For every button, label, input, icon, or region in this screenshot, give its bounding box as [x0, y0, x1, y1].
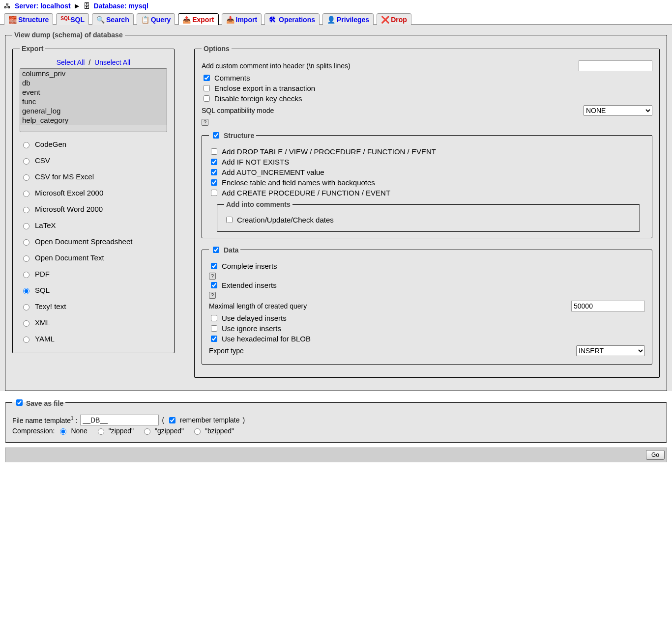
breadcrumb: Server: localhost ▶ Database: mysql [0, 0, 672, 12]
format-option[interactable]: Microsoft Excel 2000 [20, 185, 167, 201]
table-option[interactable]: help_category [20, 115, 167, 125]
format-option[interactable]: SQL [20, 282, 167, 298]
add-into-comments-legend: Add into comments [224, 200, 292, 208]
format-option[interactable]: Texy! text [20, 298, 167, 314]
filename-template-label: File name template1 : [12, 416, 77, 424]
tab-search[interactable]: 🔍 Search [92, 13, 134, 25]
format-radio[interactable] [23, 304, 29, 310]
table-option[interactable]: columns_priv [20, 69, 167, 78]
structure-legend: Structure [209, 131, 256, 140]
format-radio[interactable] [23, 337, 29, 343]
view-dump-fieldset: View dump (schema) of database Export Se… [5, 31, 667, 391]
help-icon[interactable]: ? [202, 119, 208, 126]
tab-privileges[interactable]: 👤 Privileges [322, 13, 374, 25]
compression-option-label[interactable]: "bzipped" [205, 427, 234, 435]
create-proc-checkbox[interactable] [211, 190, 217, 196]
tab-drop[interactable]: ❌ Drop [377, 13, 411, 25]
format-option[interactable]: XML [20, 314, 167, 331]
compression-label: Compression: [12, 427, 55, 435]
transaction-label[interactable]: Enclose export in a transaction [214, 84, 315, 92]
tables-select[interactable]: columns_privdbeventfuncgeneral_loghelp_c… [20, 68, 167, 132]
format-option[interactable]: Microsoft Word 2000 [20, 201, 167, 217]
comments-checkbox[interactable] [204, 75, 210, 81]
format-radio-group: CodeGenCSVCSV for MS ExcelMicrosoft Exce… [20, 136, 167, 347]
ignore-inserts-checkbox[interactable] [211, 325, 217, 332]
format-option[interactable]: LaTeX [20, 217, 167, 233]
compression-radio[interactable] [144, 428, 150, 435]
maxlen-label: Maximal length of created query [209, 302, 307, 310]
format-radio[interactable] [23, 142, 29, 148]
structure-legend-checkbox[interactable] [213, 132, 219, 139]
format-radio[interactable] [23, 174, 29, 181]
compression-radio[interactable] [98, 428, 104, 435]
table-option[interactable]: db [20, 78, 167, 87]
dates-checkbox[interactable] [226, 217, 233, 223]
go-button-bar: Go [5, 448, 667, 462]
autoinc-checkbox[interactable] [211, 169, 217, 175]
fk-label[interactable]: Disable foreign key checks [214, 94, 302, 103]
format-radio[interactable] [23, 255, 29, 262]
go-button[interactable]: Go [646, 450, 665, 460]
backquotes-checkbox[interactable] [211, 179, 217, 186]
tabs: 🧱 Structure SQL SQL 🔍 Search 📋 Query 📤 E… [0, 13, 672, 25]
fk-checkbox[interactable] [204, 95, 210, 102]
options-fieldset: Options Add custom comment into header (… [194, 45, 660, 378]
compression-radio[interactable] [60, 428, 66, 435]
drop-table-checkbox[interactable] [211, 148, 217, 155]
maxlen-input[interactable] [571, 301, 645, 311]
tab-operations[interactable]: 🛠 Operations [264, 13, 320, 25]
format-radio[interactable] [23, 191, 29, 197]
format-radio[interactable] [23, 272, 29, 278]
tab-export[interactable]: 📤 Export [178, 13, 218, 25]
data-legend-checkbox[interactable] [213, 247, 219, 253]
if-not-exists-checkbox[interactable] [211, 159, 217, 165]
format-option[interactable]: CSV for MS Excel [20, 169, 167, 185]
compression-option-label[interactable]: "zipped" [109, 427, 134, 435]
format-radio[interactable] [23, 158, 29, 165]
format-option[interactable]: YAML [20, 331, 167, 347]
compression-radio[interactable] [194, 428, 201, 435]
table-option[interactable]: func [20, 97, 167, 106]
export-type-select[interactable]: INSERT [576, 345, 645, 356]
format-radio[interactable] [23, 207, 29, 213]
database-link[interactable]: Database: mysql [94, 2, 148, 10]
compat-select[interactable]: NONE [584, 105, 652, 116]
format-radio[interactable] [23, 320, 29, 327]
save-as-file-checkbox[interactable] [16, 399, 23, 406]
tab-query[interactable]: 📋 Query [137, 13, 175, 25]
compat-label: SQL compatibility mode [202, 107, 274, 114]
compression-option-label[interactable]: None [71, 427, 87, 435]
export-icon: 📤 [182, 16, 190, 24]
format-option[interactable]: CodeGen [20, 136, 167, 152]
help-icon[interactable]: ? [209, 273, 216, 280]
hex-blob-checkbox[interactable] [211, 336, 217, 342]
tab-sql[interactable]: SQL SQL [56, 13, 89, 25]
export-fieldset: Export Select All / Unselect All columns… [12, 45, 175, 353]
table-option[interactable]: event [20, 87, 167, 97]
help-icon[interactable]: ? [209, 292, 216, 299]
operations-icon: 🛠 [269, 16, 277, 24]
unselect-all-link[interactable]: Unselect All [94, 58, 130, 66]
complete-inserts-checkbox[interactable] [211, 263, 217, 269]
table-option[interactable]: general_log [20, 106, 167, 115]
format-radio[interactable] [23, 288, 29, 294]
format-option[interactable]: Open Document Spreadsheet [20, 233, 167, 250]
format-radio[interactable] [23, 239, 29, 246]
transaction-checkbox[interactable] [204, 85, 210, 91]
server-link[interactable]: Server: localhost [15, 2, 71, 10]
select-all-link[interactable]: Select All [57, 58, 85, 66]
format-option[interactable]: CSV [20, 152, 167, 169]
compression-option-label[interactable]: "gzipped" [155, 427, 184, 435]
tab-structure[interactable]: 🧱 Structure [4, 13, 53, 25]
extended-inserts-checkbox[interactable] [211, 282, 217, 288]
add-into-comments-fieldset: Add into comments Creation/Update/Check … [217, 200, 640, 232]
custom-comment-input[interactable] [579, 60, 652, 71]
remember-template-checkbox[interactable] [169, 417, 175, 423]
tab-import[interactable]: 📥 Import [222, 13, 262, 25]
format-option[interactable]: Open Document Text [20, 250, 167, 266]
format-option[interactable]: PDF [20, 266, 167, 282]
filename-template-input[interactable] [80, 415, 159, 425]
format-radio[interactable] [23, 223, 29, 229]
comments-label[interactable]: Comments [214, 74, 250, 82]
delayed-inserts-checkbox[interactable] [211, 315, 217, 321]
